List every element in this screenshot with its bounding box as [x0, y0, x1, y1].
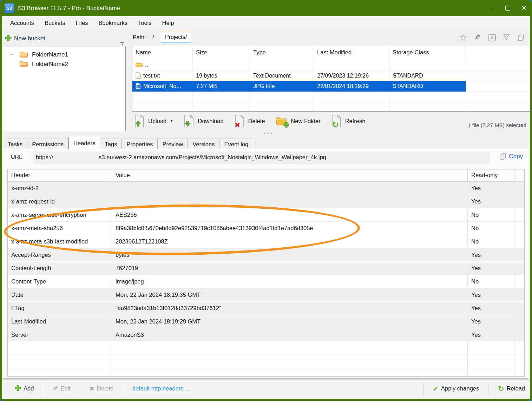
new-bucket-button[interactable]: New bucket ▼ — [5, 32, 126, 45]
delete-header-button[interactable]: ✖ Delete — [89, 385, 114, 393]
reload-button[interactable]: ↻ Reload — [498, 384, 525, 393]
readonly-cell: No — [468, 222, 514, 235]
filter-funnel-icon[interactable] — [502, 33, 511, 42]
header-row[interactable]: Content-Length7627019Yes — [8, 262, 524, 275]
column-last-modified[interactable]: Last Modified — [314, 46, 389, 59]
file-storage-cell: STANDARD — [389, 71, 466, 81]
edit-header-button[interactable]: ✎ Edit — [52, 385, 70, 393]
header-row[interactable]: ServerAmazonS3Yes — [8, 328, 524, 342]
minimize-button[interactable]: — — [484, 0, 500, 16]
download-icon — [184, 114, 195, 128]
close-icon: ✕ — [521, 4, 526, 12]
header-value-cell: AES256 — [112, 208, 468, 221]
readonly-cell: Yes — [468, 315, 514, 328]
refresh-arrows-icon: ↻ — [332, 120, 339, 129]
header-row[interactable]: x-amz-meta-s3b-last-modified20230612T122… — [8, 235, 524, 248]
column-value[interactable]: Value — [112, 169, 468, 181]
add-header-button[interactable]: Add — [15, 385, 34, 393]
file-row[interactable]: .. — [132, 59, 530, 71]
tree-item-folder1[interactable]: FolderName1 — [14, 50, 125, 59]
rename-pencil-icon[interactable]: ✎ — [473, 33, 482, 42]
tab-event-log[interactable]: Event log — [219, 139, 253, 149]
tree-item-folder2[interactable]: FolderName2 — [14, 59, 125, 69]
edit-header-label: Edit — [60, 385, 70, 392]
tab-tasks[interactable]: Tasks — [3, 139, 27, 149]
path-root-crumb[interactable]: / — [152, 34, 154, 41]
tab-versions[interactable]: Versions — [188, 139, 219, 149]
detail-tabs: Tasks Permissions Headers Tags Propertie… — [3, 136, 529, 149]
header-value-cell: 20230612T122108Z — [112, 235, 468, 248]
file-storage-cell: STANDARD — [389, 81, 466, 92]
tab-headers[interactable]: Headers — [68, 137, 100, 149]
footer-separator — [80, 383, 80, 395]
file-list-header: Name Size Type Last Modified Storage Cla… — [132, 46, 530, 59]
menu-tools[interactable]: Tools — [133, 16, 157, 29]
column-size[interactable]: Size — [193, 46, 250, 59]
column-name[interactable]: Name — [132, 46, 193, 59]
favorites-star-icon[interactable]: ☆ — [459, 33, 467, 42]
upload-button[interactable]: Upload ▼ — [134, 114, 173, 128]
collapse-all-caret-icon: ▼ — [121, 44, 124, 46]
tab-preview[interactable]: Preview — [158, 139, 188, 149]
delete-file-label: Delete — [248, 118, 265, 125]
file-modified-cell: 27/09/2023 12:19:26 — [314, 71, 389, 81]
header-row[interactable]: x-amz-id-2Yes — [8, 182, 524, 195]
menu-help[interactable]: Help — [157, 16, 179, 29]
maximize-icon — [505, 6, 510, 11]
readonly-cell — [468, 355, 514, 368]
tree-item-label: FolderName2 — [32, 61, 68, 68]
select-all-icon[interactable] — [488, 33, 496, 42]
header-row[interactable]: DateMon, 22 Jan 2024 18:19:35 GMTYes — [8, 288, 524, 302]
column-filler — [514, 169, 524, 181]
new-folder-button[interactable]: New Folder — [275, 114, 320, 128]
reload-label: Reload — [507, 385, 525, 392]
download-button[interactable]: Download — [184, 114, 223, 128]
tab-tags[interactable]: Tags — [100, 139, 122, 149]
default-http-headers-link[interactable]: default http headers .. — [132, 385, 189, 392]
column-read-only[interactable]: Read-only — [468, 169, 514, 181]
path-current-crumb[interactable]: Projects/ — [161, 32, 191, 42]
splitter-grip[interactable] — [264, 133, 265, 134]
header-row[interactable]: x-amz-meta-sha2568f9a38bfc0f5670eb8d92e9… — [8, 222, 524, 235]
readonly-cell: Yes — [468, 248, 514, 261]
tab-permissions[interactable]: Permissions — [27, 139, 68, 149]
header-value-cell: 8f9a38bfc0f5670eb8d92e92539719c1086abee4… — [112, 222, 468, 235]
header-row[interactable]: x-amz-server-side-encryptionAES256No — [8, 208, 524, 222]
tab-properties[interactable]: Properties — [122, 139, 158, 149]
column-filler — [466, 46, 530, 59]
folder-icon — [19, 51, 28, 58]
add-header-label: Add — [24, 385, 34, 392]
menu-buckets[interactable]: Buckets — [39, 16, 71, 29]
bucket-tree: FolderName1 FolderName2 — [3, 47, 126, 131]
file-row[interactable]: test.txt19 bytesText Document27/09/2023 … — [132, 71, 530, 81]
refresh-button[interactable]: ↻ Refresh — [331, 114, 366, 128]
header-name-cell: Date — [8, 288, 112, 301]
column-storage-class[interactable]: Storage Class — [389, 46, 466, 59]
maximize-button[interactable] — [500, 0, 516, 16]
header-value-cell — [112, 355, 468, 368]
url-field[interactable]: https:// s3.eu-west-2.amazonaws.com/Proj… — [33, 152, 490, 164]
close-button[interactable]: ✕ — [516, 0, 532, 16]
header-name-cell: Accept-Ranges — [8, 248, 112, 261]
row-filler — [514, 248, 524, 261]
header-row[interactable]: x-amz-request-idYes — [8, 195, 524, 208]
header-row[interactable]: ETag"aa9823ada31b13f0128d33729bd37612"Ye… — [8, 302, 524, 315]
file-type-cell: JPG File — [250, 81, 314, 92]
collapse-all-button[interactable]: ▼ — [119, 41, 125, 47]
path-label: Path: — [133, 34, 146, 41]
header-row[interactable]: Content-Typeimage/jpegNo — [8, 275, 524, 288]
column-header[interactable]: Header — [8, 169, 112, 181]
menu-files[interactable]: Files — [71, 16, 93, 29]
delete-file-button[interactable]: ✖ Delete — [234, 114, 265, 128]
copy-label: Copy — [509, 153, 523, 160]
file-row[interactable]: Microsoft_No...7.27 MBJPG File22/01/2024… — [132, 81, 530, 92]
header-row[interactable]: Last-ModifiedMon, 22 Jan 2024 18:19:29 G… — [8, 315, 524, 328]
apply-changes-button[interactable]: ✔ Apply changes — [433, 385, 479, 393]
column-type[interactable]: Type — [250, 46, 314, 59]
copy-url-button[interactable]: Copy — [499, 153, 523, 160]
header-row[interactable]: Accept-RangesbytesYes — [8, 248, 524, 262]
copy-pages-icon[interactable] — [517, 33, 525, 42]
text-file-icon — [136, 72, 141, 79]
menu-bookmarks[interactable]: Bookmarks — [93, 16, 133, 29]
menu-accounts[interactable]: Accounts — [5, 16, 39, 29]
